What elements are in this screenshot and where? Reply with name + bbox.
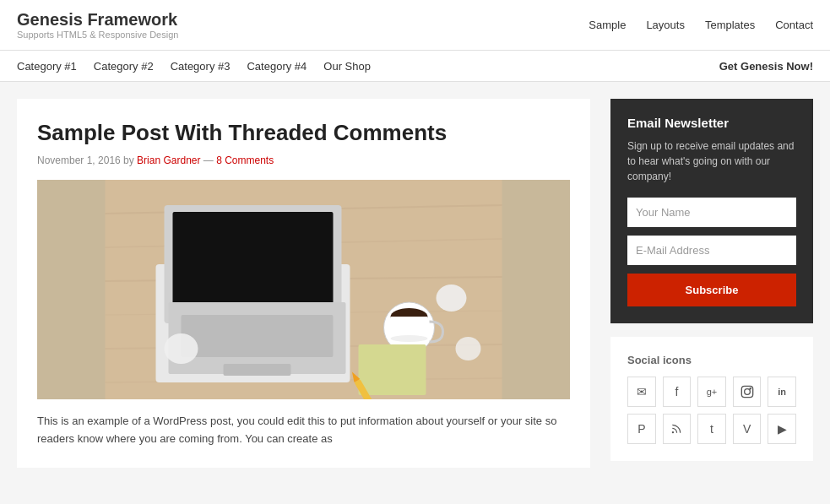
youtube-icon[interactable]: ▶ xyxy=(768,414,796,444)
social-row-1: ✉ f g+ in xyxy=(627,377,796,407)
newsletter-widget: Email Newsletter Sign up to receive emai… xyxy=(610,99,813,323)
site-title: Genesis Framework xyxy=(17,10,178,30)
secondary-nav: Category #1 Category #2 Category #3 Cate… xyxy=(0,51,830,82)
svg-point-25 xyxy=(750,388,751,389)
rss-icon[interactable] xyxy=(663,414,692,444)
content-area: Sample Post With Threaded Comments Novem… xyxy=(17,99,590,468)
nav-layouts[interactable]: Layouts xyxy=(646,19,685,31)
svg-rect-12 xyxy=(224,364,291,376)
newsletter-description: Sign up to receive email updates and to … xyxy=(627,138,796,184)
post-author-label: by xyxy=(123,154,134,166)
cat4-link[interactable]: Category #4 xyxy=(247,60,307,73)
svg-point-20 xyxy=(456,337,481,360)
cat1-link[interactable]: Category #1 xyxy=(17,60,77,73)
post-comments-link[interactable]: 8 Comments xyxy=(216,154,274,166)
social-widget: Social icons ✉ f g+ in P t xyxy=(610,337,813,461)
get-genesis-link[interactable]: Get Genesis Now! xyxy=(719,60,813,73)
category-links: Category #1 Category #2 Category #3 Cate… xyxy=(17,60,371,73)
pinterest-icon[interactable]: P xyxy=(627,414,656,444)
svg-rect-9 xyxy=(173,212,334,317)
post-excerpt: This is an example of a WordPress post, … xyxy=(37,413,570,448)
instagram-icon[interactable] xyxy=(733,377,762,407)
site-tagline: Supports HTML5 & Responsive Design xyxy=(17,30,178,40)
site-header: Genesis Framework Supports HTML5 & Respo… xyxy=(0,0,830,51)
linkedin-icon[interactable]: in xyxy=(768,377,796,407)
email-icon[interactable]: ✉ xyxy=(627,377,656,407)
newsletter-email-input[interactable] xyxy=(627,236,796,265)
social-title: Social icons xyxy=(627,354,796,366)
newsletter-name-input[interactable] xyxy=(627,198,796,227)
post-author-link[interactable]: Brian Gardner xyxy=(137,154,200,166)
post-title: Sample Post With Threaded Comments xyxy=(37,119,570,148)
sidebar: Email Newsletter Sign up to receive emai… xyxy=(610,99,813,468)
twitter-icon[interactable]: t xyxy=(697,414,726,444)
subscribe-button[interactable]: Subscribe xyxy=(627,274,796,306)
cat3-link[interactable]: Category #3 xyxy=(171,60,231,73)
svg-rect-23 xyxy=(741,386,752,397)
nav-templates[interactable]: Templates xyxy=(705,19,755,31)
main-wrapper: Sample Post With Threaded Comments Novem… xyxy=(0,82,830,485)
svg-rect-11 xyxy=(182,315,334,357)
brand: Genesis Framework Supports HTML5 & Respo… xyxy=(17,10,178,40)
social-row-2: P t V ▶ xyxy=(627,414,796,444)
google-plus-icon[interactable]: g+ xyxy=(697,377,726,407)
post-image xyxy=(37,180,570,399)
cta-area: Get Genesis Now! xyxy=(719,59,813,73)
post-date: November 1, 2016 xyxy=(37,154,121,166)
primary-nav: Sample Layouts Templates Contact xyxy=(589,19,813,31)
svg-point-26 xyxy=(672,431,674,433)
svg-point-19 xyxy=(437,285,467,312)
shop-link[interactable]: Our Shop xyxy=(323,60,371,73)
nav-sample[interactable]: Sample xyxy=(589,19,626,31)
nav-contact[interactable]: Contact xyxy=(775,19,813,31)
cat2-link[interactable]: Category #2 xyxy=(94,60,154,73)
svg-point-18 xyxy=(165,333,198,364)
svg-point-24 xyxy=(744,389,750,395)
post-meta-separator: — xyxy=(203,154,216,166)
facebook-icon[interactable]: f xyxy=(663,377,692,407)
newsletter-title: Email Newsletter xyxy=(627,116,796,130)
svg-rect-17 xyxy=(359,344,426,395)
vimeo-icon[interactable]: V xyxy=(733,414,762,444)
social-grid: ✉ f g+ in P t V ▶ xyxy=(627,377,796,444)
post-meta: November 1, 2016 by Brian Gardner — 8 Co… xyxy=(37,154,570,166)
svg-point-16 xyxy=(391,335,428,342)
